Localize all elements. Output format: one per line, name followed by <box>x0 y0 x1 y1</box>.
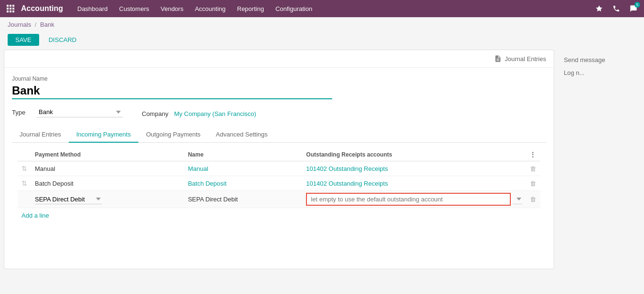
form-header: Journal Entries <box>4 50 554 68</box>
svg-rect-7 <box>10 10 11 12</box>
chat-icon[interactable]: 5 <box>627 2 640 15</box>
delete-cell: 🗑 <box>526 161 540 176</box>
drag-handle-icon[interactable]: ⇅ <box>21 165 27 172</box>
journal-name-input[interactable] <box>12 83 332 99</box>
breadcrumb-separator: / <box>35 21 37 28</box>
name-cell[interactable]: Manual <box>184 161 303 176</box>
drag-handle-icon[interactable]: ⇅ <box>21 179 27 187</box>
main-content: Journal Entries Journal Name Type Bank C… <box>4 50 640 269</box>
name-cell[interactable]: Batch Deposit <box>184 176 303 191</box>
discard-button[interactable]: DISCARD <box>43 34 83 46</box>
type-company-row: Type Bank Cash General Miscellaneous Com… <box>12 107 546 117</box>
top-navigation: Accounting Dashboard Customers Vendors A… <box>0 0 644 17</box>
delete-icon[interactable]: 🗑 <box>530 196 536 203</box>
action-bar: SAVE DISCARD <box>0 32 644 50</box>
send-message-button[interactable]: Send message <box>560 53 640 66</box>
tab-outgoing-payments[interactable]: Outgoing Payments <box>138 127 208 143</box>
col-outstanding: Outstanding Receipts accounts <box>302 148 526 161</box>
more-icon[interactable]: ⋮ <box>530 151 536 158</box>
save-button[interactable]: SAVE <box>8 34 39 46</box>
right-panel: Send message Log n... <box>554 50 640 269</box>
nav-vendors[interactable]: Vendors <box>156 2 188 15</box>
table-area: Payment Method Name Outstanding Receipts… <box>12 143 546 229</box>
tab-advanced-settings[interactable]: Advanced Settings <box>208 127 275 143</box>
outstanding-account-input[interactable] <box>306 193 511 206</box>
company-field-group: Company My Company (San Francisco) <box>142 110 256 117</box>
add-line-link[interactable]: Add a line <box>18 208 53 223</box>
col-actions: ⋮ <box>526 148 540 161</box>
svg-rect-8 <box>12 10 14 12</box>
journal-entries-button[interactable]: Journal Entries <box>494 55 546 63</box>
col-name: Name <box>184 148 303 161</box>
nav-configuration[interactable]: Configuration <box>271 2 317 15</box>
chat-badge: 5 <box>634 2 640 8</box>
svg-rect-6 <box>7 10 9 12</box>
outstanding-account-cell[interactable]: 101402 Outstanding Receipts <box>302 161 526 176</box>
nav-reporting[interactable]: Reporting <box>232 2 269 15</box>
nav-customers[interactable]: Customers <box>115 2 154 15</box>
tabs: Journal Entries Incoming Payments Outgoi… <box>12 127 546 143</box>
phone-icon[interactable] <box>610 2 623 15</box>
company-value[interactable]: My Company (San Francisco) <box>174 110 256 117</box>
tab-incoming-payments[interactable]: Incoming Payments <box>69 127 138 143</box>
type-select[interactable]: Bank Cash General Miscellaneous <box>37 107 123 117</box>
drag-handle-cell: ⇅ <box>18 176 31 191</box>
tab-journal-entries[interactable]: Journal Entries <box>12 127 69 143</box>
star-icon[interactable] <box>592 2 606 15</box>
col-drag <box>18 148 31 161</box>
outstanding-input-cell <box>302 191 526 208</box>
company-label: Company <box>142 110 169 117</box>
breadcrumb-bank: Bank <box>40 21 54 28</box>
payment-method-dropdown-cell: SEPA Direct Debit Manual Batch Deposit <box>31 191 184 208</box>
outstanding-dropdown[interactable] <box>513 195 522 204</box>
payment-method-cell: Batch Deposit <box>31 176 184 191</box>
delete-icon[interactable]: 🗑 <box>530 165 536 172</box>
apps-menu-icon[interactable] <box>4 2 17 15</box>
payment-method-cell: Manual <box>31 161 184 176</box>
delete-cell-sepa: 🗑 <box>526 191 540 208</box>
drag-handle-cell: ⇅ <box>18 161 31 176</box>
type-label: Type <box>12 109 31 116</box>
name-cell-sepa: SEPA Direct Debit <box>184 191 303 208</box>
delete-cell: 🗑 <box>526 176 540 191</box>
table-row: SEPA Direct Debit Manual Batch Deposit S… <box>18 191 540 208</box>
journal-name-label: Journal Name <box>12 75 546 82</box>
svg-rect-3 <box>7 8 9 10</box>
payment-method-dropdown[interactable]: SEPA Direct Debit Manual Batch Deposit <box>35 195 102 204</box>
nav-accounting[interactable]: Accounting <box>190 2 230 15</box>
delete-icon[interactable]: 🗑 <box>530 180 536 187</box>
svg-rect-4 <box>10 8 11 10</box>
col-payment-method: Payment Method <box>31 148 184 161</box>
breadcrumb-journals[interactable]: Journals <box>8 21 31 28</box>
outstanding-account-cell[interactable]: 101402 Outstanding Receipts <box>302 176 526 191</box>
drag-handle-cell <box>18 191 31 208</box>
journal-entries-label: Journal Entries <box>505 55 546 63</box>
app-brand: Accounting <box>21 4 63 13</box>
nav-dashboard[interactable]: Dashboard <box>73 2 113 15</box>
svg-rect-5 <box>12 8 14 10</box>
payments-table: Payment Method Name Outstanding Receipts… <box>18 148 540 208</box>
table-row: ⇅ Batch Deposit Batch Deposit 101402 Out… <box>18 176 540 191</box>
log-note-button[interactable]: Log n... <box>560 66 640 79</box>
svg-rect-0 <box>7 5 9 7</box>
svg-rect-1 <box>10 5 11 7</box>
breadcrumb: Journals / Bank <box>0 17 644 32</box>
table-row: ⇅ Manual Manual 101402 Outstanding Recei… <box>18 161 540 176</box>
form-body: Journal Name Type Bank Cash General Misc… <box>4 68 554 236</box>
form-card: Journal Entries Journal Name Type Bank C… <box>4 50 554 269</box>
svg-rect-2 <box>12 5 14 7</box>
type-field-group: Type Bank Cash General Miscellaneous <box>12 107 123 117</box>
